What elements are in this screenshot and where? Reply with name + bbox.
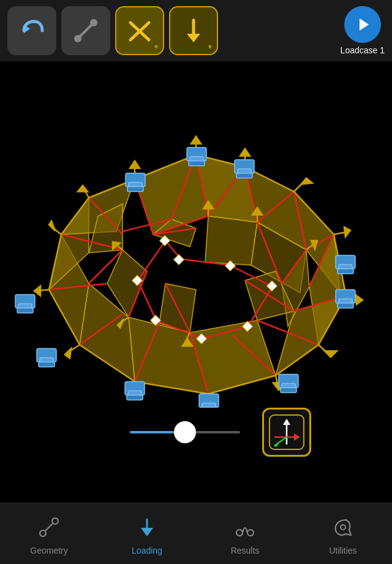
load-button[interactable]: ▼ xyxy=(169,6,218,55)
svg-marker-111 xyxy=(311,241,317,250)
svg-marker-25 xyxy=(159,284,196,333)
support-icon xyxy=(126,17,154,45)
svg-rect-143 xyxy=(40,358,53,364)
svg-marker-115 xyxy=(118,319,124,328)
svg-point-163 xyxy=(40,530,46,536)
svg-line-54 xyxy=(123,219,172,232)
member-button[interactable] xyxy=(61,6,110,55)
svg-rect-154 xyxy=(132,275,143,286)
svg-line-63 xyxy=(165,241,181,259)
svg-line-84 xyxy=(294,180,306,192)
svg-line-60 xyxy=(156,321,202,339)
svg-line-62 xyxy=(138,241,165,281)
svg-rect-142 xyxy=(37,349,56,362)
svg-rect-139 xyxy=(125,382,145,395)
svg-line-67 xyxy=(294,192,334,235)
loadcase-label: Loadcase 1 xyxy=(341,45,385,55)
svg-rect-124 xyxy=(235,160,254,173)
svg-rect-155 xyxy=(160,235,170,246)
svg-line-51 xyxy=(165,284,190,333)
svg-marker-7 xyxy=(187,34,200,42)
support-button[interactable]: ▼ xyxy=(115,6,164,55)
svg-marker-21 xyxy=(205,216,257,265)
slider-thumb[interactable] xyxy=(174,421,196,443)
svg-marker-101 xyxy=(34,286,40,296)
svg-line-71 xyxy=(208,376,276,394)
svg-line-36 xyxy=(294,296,346,311)
svg-marker-8 xyxy=(360,18,369,31)
svg-rect-148 xyxy=(174,254,184,265)
svg-line-165 xyxy=(45,524,53,531)
svg-line-38 xyxy=(233,336,276,376)
svg-line-35 xyxy=(309,235,334,287)
svg-rect-150 xyxy=(267,281,277,291)
svg-line-77 xyxy=(89,180,135,198)
load-dropdown-arrow: ▼ xyxy=(207,44,213,50)
utilities-label: Utilities xyxy=(329,546,356,555)
svg-point-170 xyxy=(341,525,345,530)
slider-container[interactable] xyxy=(130,431,252,433)
svg-marker-105 xyxy=(78,186,88,192)
svg-marker-24 xyxy=(245,272,294,321)
utilities-icon xyxy=(333,517,353,542)
svg-marker-91 xyxy=(325,351,337,357)
svg-point-164 xyxy=(52,518,58,524)
svg-marker-157 xyxy=(283,419,290,425)
svg-rect-130 xyxy=(336,290,355,303)
svg-rect-125 xyxy=(238,169,251,175)
nav-item-geometry[interactable]: Geometry xyxy=(0,512,98,555)
nav-item-results[interactable]: Results xyxy=(196,512,294,555)
svg-line-55 xyxy=(153,229,196,235)
svg-marker-161 xyxy=(274,442,279,447)
svg-rect-149 xyxy=(225,261,236,271)
svg-line-32 xyxy=(257,192,294,223)
svg-line-53 xyxy=(89,250,123,284)
svg-rect-141 xyxy=(127,395,143,400)
svg-rect-129 xyxy=(337,269,353,274)
svg-line-46 xyxy=(172,155,196,219)
member-icon xyxy=(72,17,100,45)
svg-line-61 xyxy=(138,281,156,321)
svg-line-49 xyxy=(282,250,306,284)
svg-line-64 xyxy=(135,155,196,180)
svg-line-44 xyxy=(89,198,123,235)
undo-button[interactable] xyxy=(7,6,56,55)
svg-line-104 xyxy=(83,187,89,198)
loadcase-button[interactable]: Loadcase 1 xyxy=(341,6,385,55)
loading-icon xyxy=(137,517,157,542)
results-label: Results xyxy=(231,546,260,555)
nav-item-utilities[interactable]: Utilities xyxy=(294,512,392,555)
svg-rect-128 xyxy=(339,265,352,271)
nav-item-loading[interactable]: Loading xyxy=(98,512,196,555)
svg-marker-27 xyxy=(89,204,123,253)
svg-line-86 xyxy=(334,232,349,235)
axis-widget[interactable] xyxy=(262,408,311,457)
svg-line-43 xyxy=(61,235,123,250)
svg-rect-145 xyxy=(15,295,35,308)
svg-marker-14 xyxy=(190,321,276,394)
svg-line-48 xyxy=(257,223,282,284)
svg-marker-103 xyxy=(49,221,55,231)
svg-marker-99 xyxy=(65,349,71,359)
svg-rect-126 xyxy=(236,173,252,178)
canvas-area[interactable] xyxy=(0,61,392,457)
slider-area xyxy=(0,408,392,457)
loading-label: Loading xyxy=(132,546,162,555)
svg-line-33 xyxy=(294,192,306,250)
svg-line-58 xyxy=(248,287,273,327)
svg-rect-153 xyxy=(151,315,161,326)
svg-marker-89 xyxy=(355,295,363,305)
svg-line-112 xyxy=(184,333,190,345)
svg-marker-12 xyxy=(309,235,346,345)
svg-marker-23 xyxy=(282,250,309,327)
svg-rect-133 xyxy=(279,375,298,388)
svg-line-59 xyxy=(202,327,248,339)
svg-marker-79 xyxy=(191,137,201,144)
svg-line-52 xyxy=(129,272,147,318)
svg-marker-113 xyxy=(183,339,192,346)
next-icon xyxy=(353,15,372,34)
slider-track[interactable] xyxy=(130,431,240,433)
svg-line-41 xyxy=(80,314,123,345)
svg-rect-127 xyxy=(336,256,355,269)
svg-line-68 xyxy=(334,235,346,296)
